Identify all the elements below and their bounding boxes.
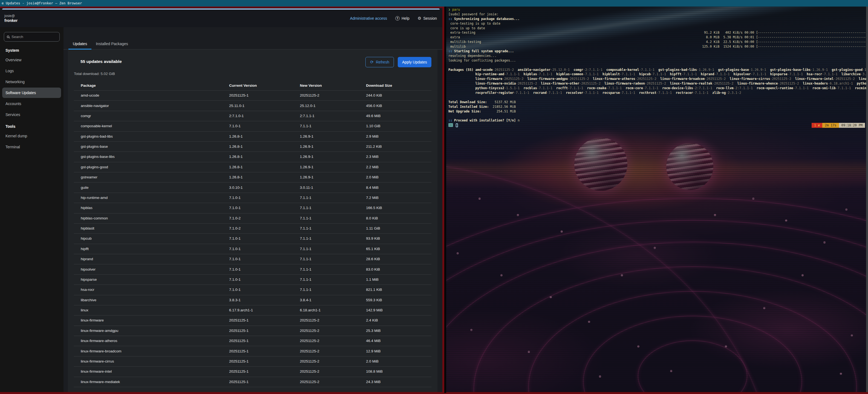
sidebar-item-software-updates[interactable]: Software Updates (2, 88, 61, 98)
table-cell: 244.0 KiB (359, 91, 431, 101)
terminal-line: core is up to date (448, 26, 868, 31)
sidebar-item-kernel-dump[interactable]: Kernel dump (2, 131, 61, 141)
terminal-line: Total Installed Size: 21852.56 MiB (448, 104, 868, 109)
sidebar-item-accounts[interactable]: Accounts (2, 98, 61, 109)
table-cell: 7.1.0-2 (222, 223, 293, 233)
apply-updates-button[interactable]: Apply Updates (398, 57, 431, 67)
table-cell: amd-ucode (74, 91, 222, 101)
terminal-line: extra-testing 91.2 KiB 402 KiB/s 00:00 [… (448, 30, 868, 35)
sidebar-item-services[interactable]: Services (2, 109, 61, 120)
terminal-line: resolving dependencies... (448, 54, 868, 58)
table-cell: hip-runtime-amd (74, 193, 222, 203)
gear-icon: ⚙ (418, 16, 421, 21)
table-cell: 20251125-2 (293, 367, 360, 377)
search-icon (7, 36, 9, 38)
table-cell: 2:7.1.0-1 (222, 111, 293, 121)
cockpit-window: josie@ fronker Administrative access ? H… (0, 7, 444, 393)
tab-updates[interactable]: Updates (68, 39, 91, 49)
table-cell: 1.26.8-1 (222, 162, 293, 172)
table-row: hipblaslt7.1.0-27.1.1-11.11 GiB (74, 223, 431, 233)
table-cell: hipsparse (74, 274, 222, 285)
table-row: linux-firmware20251125-120251125-22.4 Ki… (74, 316, 431, 326)
table-cell: 6.17.9.arch1-1 (222, 305, 293, 315)
table-cell: 46.4 MiB (359, 336, 431, 346)
masthead: josie@ fronker Administrative access ? H… (0, 9, 442, 27)
help-icon: ? (395, 16, 400, 21)
terminal-line: Total Download Size: 5137.92 MiB (448, 100, 868, 104)
table-cell: 20251125-2 (293, 336, 360, 346)
nav-section-tools: Tools (2, 122, 61, 130)
table-cell: 1.26.9-1 (293, 162, 360, 172)
table-row: hipblas7.1.0-17.1.1-1166.5 KiB (74, 203, 431, 213)
table-cell: 49.6 MiB (359, 111, 431, 121)
table-cell: 20251125-2 (293, 91, 360, 101)
table-row: gst-plugins-bad-libs1.26.8-11.26.9-12.9 … (74, 131, 431, 141)
sidebar-item-overview[interactable]: Overview (2, 55, 61, 65)
table-cell: 1.26.9-1 (293, 141, 360, 152)
tab-installed-packages[interactable]: Installed Packages (91, 39, 132, 49)
table-row: gst-plugins-good1.26.8-11.26.9-12.2 MiB (74, 162, 431, 172)
terminal-scrollbar[interactable] (866, 7, 868, 392)
table-cell: 25.3 MiB (359, 326, 431, 336)
table-row: amd-ucode20251125-120251125-2244.0 KiB (74, 91, 431, 101)
terminal-line: Packages (55) amd-ucode-20251125-2 ansib… (448, 68, 868, 72)
sidebar-item-networking[interactable]: Networking (2, 77, 61, 87)
sidebar-nav: SystemOverviewLogsNetworkingSoftware Upd… (2, 46, 61, 152)
table-cell: libarchive (74, 295, 222, 305)
table-cell: 20251125-2 (293, 346, 360, 356)
table-row: composable-kernel7.1.0-17.1.1-11.10 GiB (74, 121, 431, 131)
table-cell: 20251125-1 (222, 336, 293, 346)
table-row: hiprand7.1.0-17.1.1-128.6 KiB (74, 254, 431, 264)
refresh-button[interactable]: ⟳ Refresh (366, 57, 394, 67)
table-cell: 7.1.0-1 (222, 193, 293, 203)
table-cell: 20251125-1 (222, 377, 293, 387)
table-cell: 1.26.9-1 (293, 131, 360, 141)
table-cell: 20251125-2 (293, 377, 360, 387)
host-brand: josie@ fronker (4, 14, 18, 23)
table-row: gstreamer1.26.8-11.26.9-12.0 MiB (74, 172, 431, 183)
terminal-window[interactable]: ❯ paru[sudo] password for josie::: Synch… (446, 7, 868, 393)
table-cell: 1.26.9-1 (293, 152, 360, 162)
table-cell: 3.0.10-1 (222, 183, 293, 193)
table-row: ansible-navigator25.11.0-125.12.0-1456.0… (74, 101, 431, 111)
table-cell: 7.1.1-1 (293, 223, 360, 233)
table-cell: gst-plugins-base (74, 141, 222, 152)
search-box[interactable] (4, 32, 60, 42)
table-cell: 2.2 MiB (359, 162, 431, 172)
administrative-access-button[interactable]: Administrative access (350, 16, 387, 21)
table-cell: linux-firmware-mediatek (74, 377, 222, 387)
table-cell: composable-kernel (74, 121, 222, 131)
terminal-line: linux-firmware-20251125-2 linux-firmware… (448, 77, 868, 81)
table-cell: 7.1.1-1 (293, 285, 360, 295)
table-cell: 25.11.0-1 (222, 101, 293, 111)
table-cell: 1.26.8-1 (222, 131, 293, 141)
sidebar-item-logs[interactable]: Logs (2, 66, 61, 76)
table-cell: 7.1.0-1 (222, 234, 293, 244)
table-cell: linux-firmware-atheros (74, 336, 222, 346)
table-cell: 7.1.1-1 (293, 264, 360, 274)
help-menu[interactable]: ? Help (395, 16, 409, 21)
terminal-line: :: Proceed with installation? [Y/n] n (448, 118, 868, 123)
table-cell: 821.1 KiB (359, 285, 431, 295)
table-row: guile3.0.10-13.0.11-18.4 MiB (74, 183, 431, 193)
session-menu[interactable]: ⚙ Session (418, 16, 437, 21)
table-cell: linux-firmware-intel (74, 367, 222, 377)
table-cell: 7.1.1-1 (293, 244, 360, 254)
table-header-row: PackageCurrent VersionNew VersionDownloa… (74, 81, 431, 91)
table-cell: 28.6 KiB (359, 254, 431, 264)
sidebar-item-terminal[interactable]: Terminal (2, 142, 61, 152)
window-border-bottom (0, 393, 868, 394)
table-cell: 7.1.1-1 (293, 213, 360, 223)
table-cell: 7.1.1-1 (293, 234, 360, 244)
updates-count-heading: 55 updates available (81, 57, 122, 64)
table-cell: 7.1.0-1 (222, 254, 293, 264)
table-cell: 20251125-2 (293, 356, 360, 366)
table-cell: 20251125-1 (222, 316, 293, 326)
table-cell: 12.9 MiB (359, 346, 431, 356)
table-cell: 20251125-1 (222, 356, 293, 366)
table-cell: 7.1.0-1 (222, 203, 293, 213)
search-input[interactable] (11, 35, 50, 39)
table-cell: 8.4 MiB (359, 183, 431, 193)
table-cell: 65.1 KiB (359, 244, 431, 254)
table-cell: 1.1 MiB (359, 274, 431, 285)
